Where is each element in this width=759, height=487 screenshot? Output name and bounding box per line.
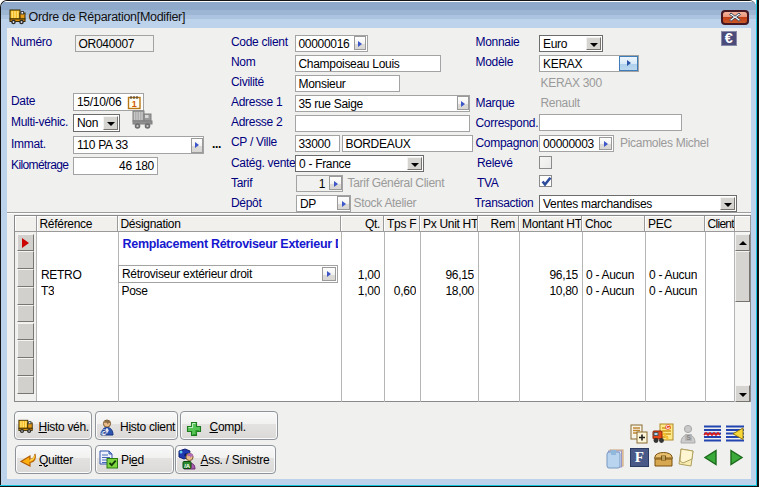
svg-text:S: S (686, 434, 691, 441)
svg-text:G: G (666, 424, 670, 430)
